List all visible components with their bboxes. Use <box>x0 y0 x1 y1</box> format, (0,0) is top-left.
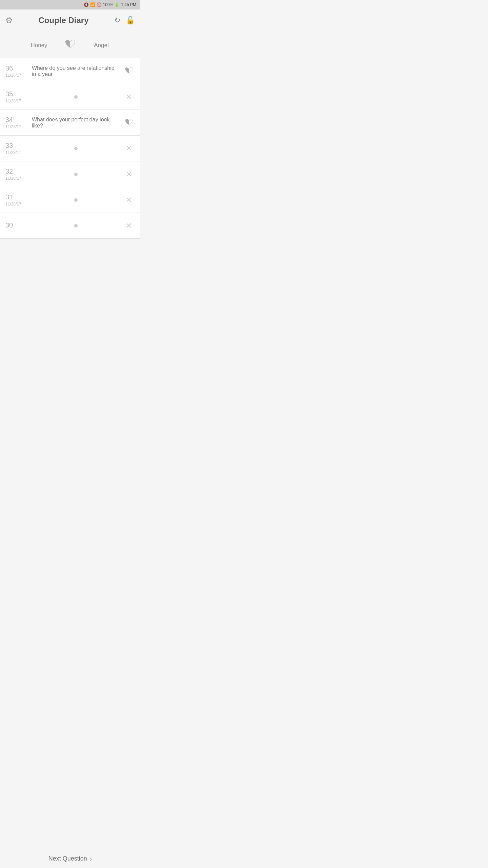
diary-item-number-block: 36 11/28/17 <box>5 64 29 78</box>
diary-item-date: 11/28/17 <box>5 99 29 103</box>
diary-item-heart-icon[interactable] <box>123 118 135 127</box>
person2-name: Angel <box>81 42 122 49</box>
lock-icon[interactable]: 🔓 <box>126 16 135 25</box>
diary-item-dot <box>74 198 78 202</box>
diary-list-item[interactable]: 36 11/28/17Where do you see are relation… <box>0 58 140 84</box>
diary-item-close-icon[interactable]: ✕ <box>123 170 135 179</box>
person1-name: Honey <box>19 42 59 49</box>
diary-item-num: 31 <box>5 193 29 201</box>
diary-item-number-block: 30 <box>5 221 29 230</box>
close-icon[interactable]: ✕ <box>126 93 132 101</box>
diary-list-item[interactable]: 34 11/28/17What does your perfect day lo… <box>0 110 140 136</box>
diary-item-num: 35 <box>5 90 29 98</box>
diary-item-num: 36 <box>5 64 29 72</box>
status-bar: 🔇 📶 🚫 100% 🔋 1:45 PM <box>0 0 140 9</box>
diary-item-dot <box>74 173 78 176</box>
diary-list-item[interactable]: 33 11/28/17✕ <box>0 136 140 161</box>
couple-header: Honey Angel <box>0 31 140 58</box>
diary-list: 36 11/28/17Where do you see are relation… <box>0 58 140 259</box>
app-bar: ⚙ Couple Diary ↻ 🔓 <box>0 9 140 31</box>
diary-item-number-block: 31 11/28/17 <box>5 193 29 206</box>
app-title: Couple Diary <box>38 16 88 25</box>
diary-item-num: 33 <box>5 142 29 150</box>
diary-item-date: 11/28/17 <box>5 176 29 181</box>
status-icons: 🔇 📶 🚫 100% 🔋 1:45 PM <box>84 2 136 7</box>
clock: 1:45 PM <box>121 2 136 7</box>
wifi-icon: 📶 <box>90 2 95 7</box>
diary-item-text: What does your perfect day look like? <box>29 117 123 129</box>
close-icon[interactable]: ✕ <box>126 170 132 178</box>
mute-icon: 🔇 <box>84 2 89 7</box>
battery-percent: 100% <box>103 2 114 7</box>
diary-item-text <box>29 173 123 176</box>
diary-item-number-block: 33 11/28/17 <box>5 142 29 155</box>
diary-item-close-icon[interactable]: ✕ <box>123 196 135 204</box>
diary-list-item[interactable]: 35 11/28/17✕ <box>0 84 140 110</box>
diary-item-text <box>29 224 123 228</box>
diary-item-heart-icon[interactable] <box>123 67 135 76</box>
battery-icon: 🔋 <box>115 2 120 7</box>
app-bar-actions: ↻ 🔓 <box>114 16 135 25</box>
diary-item-num: 34 <box>5 116 29 124</box>
diary-item-number-block: 32 11/28/17 <box>5 167 29 181</box>
diary-item-dot <box>74 147 78 150</box>
diary-item-date: 11/28/17 <box>5 73 29 78</box>
diary-item-number-block: 35 11/28/17 <box>5 90 29 103</box>
refresh-icon[interactable]: ↻ <box>114 16 120 25</box>
diary-item-close-icon[interactable]: ✕ <box>123 144 135 153</box>
diary-item-text <box>29 198 123 202</box>
diary-item-text: Where do you see are relationship in a y… <box>29 65 123 77</box>
diary-item-text <box>29 95 123 99</box>
diary-list-item[interactable]: 32 11/28/17✕ <box>0 161 140 187</box>
diary-item-date: 11/28/17 <box>5 202 29 206</box>
diary-item-date: 11/28/17 <box>5 150 29 155</box>
diary-item-dot <box>74 95 78 99</box>
diary-item-num: 30 <box>5 221 29 229</box>
close-icon[interactable]: ✕ <box>126 196 132 204</box>
close-icon[interactable]: ✕ <box>126 221 132 230</box>
diary-list-item[interactable]: 30 ✕ <box>0 213 140 239</box>
diary-item-text <box>29 147 123 150</box>
settings-icon[interactable]: ⚙ <box>5 16 13 25</box>
diary-list-item[interactable]: 31 11/28/17✕ <box>0 187 140 213</box>
diary-item-num: 32 <box>5 167 29 175</box>
diary-item-close-icon[interactable]: ✕ <box>123 93 135 101</box>
diary-item-close-icon[interactable]: ✕ <box>123 221 135 230</box>
diary-item-dot <box>74 224 78 228</box>
couple-heart-icon <box>65 39 76 51</box>
diary-item-date: 11/28/17 <box>5 124 29 129</box>
diary-item-number-block: 34 11/28/17 <box>5 116 29 129</box>
close-icon[interactable]: ✕ <box>126 144 132 153</box>
no-sim-icon: 🚫 <box>97 2 102 7</box>
